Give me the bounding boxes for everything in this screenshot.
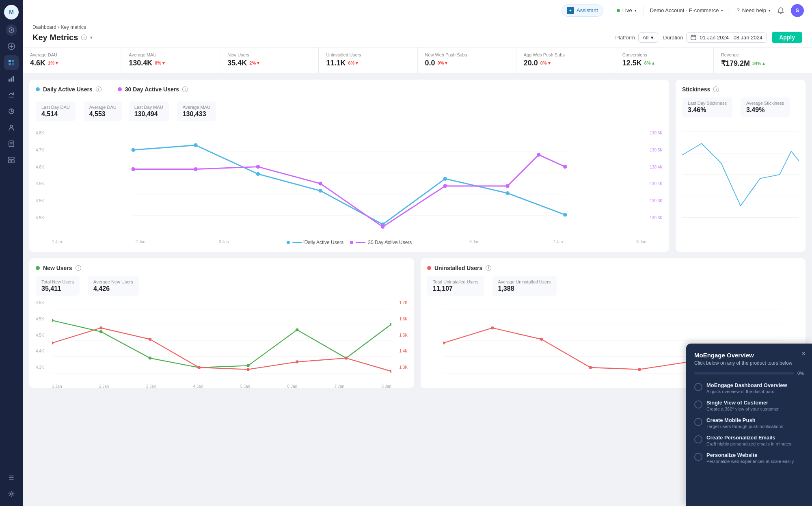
assistant-button[interactable]: ✦ Assistant (561, 4, 603, 17)
dau-last-day-value: 4,514 (41, 110, 70, 118)
sidebar-expand-btn[interactable] (6, 24, 17, 36)
main-area: Daily Active Users i 30 Day Active Users… (23, 73, 812, 506)
sidebar-item-templates[interactable] (4, 153, 19, 167)
new-users-avg-value: 4,426 (93, 285, 133, 292)
svg-point-73 (540, 338, 543, 341)
metric-revenue-value: ₹179.2M 34% ▴ (721, 59, 805, 68)
apply-button[interactable]: Apply (772, 32, 802, 43)
help-chevron-icon: ▾ (769, 9, 771, 13)
svg-rect-6 (9, 79, 10, 82)
svg-point-30 (563, 213, 567, 216)
new-users-stats: Total New Users 35,411 Average New Users… (36, 276, 408, 296)
page-title-info-icon[interactable]: i (81, 35, 87, 40)
dau-title: Daily Active Users (43, 86, 93, 93)
metric-average-dau-value: 4.6K 1% ▾ (30, 59, 114, 67)
svg-point-35 (381, 225, 384, 229)
breadcrumb-parent[interactable]: Dashboard (32, 24, 56, 30)
tour-item-1[interactable]: MoEngage Dashboard Overview A quick over… (694, 382, 804, 394)
tour-item-2[interactable]: Single View of Customer Create a 360° vi… (694, 400, 804, 411)
sidebar-item-settings[interactable] (4, 487, 19, 501)
sidebar-item-campaigns[interactable] (4, 88, 19, 102)
account-selector[interactable]: Demo Account - E-commerce ▾ (650, 7, 723, 13)
stickiness-chart-card: Stickiness i Last Day Stickiness 3.46% A… (676, 80, 806, 252)
svg-point-72 (491, 327, 494, 329)
sidebar-item-dashboard[interactable] (4, 55, 19, 70)
dau-mau-chart-card: Daily Active Users i 30 Day Active Users… (29, 80, 669, 252)
mau-title: 30 Day Active Users (125, 86, 179, 93)
logo[interactable]: M (4, 5, 19, 19)
new-users-chart-card: New Users i Total New Users 35,411 Avera… (29, 258, 414, 388)
user-avatar[interactable]: S (791, 4, 804, 17)
sidebar-item-collapse[interactable] (4, 470, 19, 485)
svg-rect-2 (9, 60, 11, 62)
metric-conversions-change: 8% ▴ (644, 61, 654, 66)
metric-web-push-subs-change: 0% ▾ (438, 61, 448, 66)
svg-point-54 (246, 364, 249, 367)
sidebar-item-segments[interactable] (4, 104, 19, 119)
tour-radio-2 (694, 400, 702, 409)
date-range-value: 01 Jan 2024 - 08 Jan 2024 (700, 35, 762, 41)
svg-point-31 (131, 167, 135, 171)
metric-conversions-value: 12.5K 8% ▴ (622, 59, 706, 67)
dau-header: Daily Active Users i (36, 86, 102, 97)
tour-text-5: Personalize Website Personalize web expe… (706, 452, 794, 464)
svg-point-36 (443, 184, 447, 188)
platform-select[interactable]: All ▾ (638, 32, 658, 43)
svg-rect-3 (12, 60, 14, 62)
uninstalled-dot (427, 266, 431, 270)
divider-2 (643, 6, 644, 15)
metric-average-mau-value: 130.4K 0% ▾ (129, 59, 212, 67)
date-range-picker[interactable]: 01 Jan 2024 - 08 Jan 2024 (686, 32, 767, 43)
dau-avg-label: Average DAU (89, 105, 117, 110)
svg-point-63 (296, 360, 298, 363)
breadcrumb: Dashboard › Key metrics (32, 24, 802, 30)
metric-new-users: New Users 35.4K 2% ▾ (220, 48, 319, 73)
metric-uninstalled-change: 6% ▾ (348, 61, 358, 66)
metric-new-users-label: New Users (227, 52, 311, 57)
svg-point-60 (149, 338, 151, 341)
svg-point-75 (638, 368, 641, 371)
svg-point-23 (131, 148, 135, 152)
live-status[interactable]: Live ▾ (617, 7, 637, 13)
svg-point-33 (256, 165, 260, 169)
stickiness-avg-label: Average Stickiness (746, 101, 784, 106)
uninstalled-info-icon[interactable]: i (486, 265, 491, 271)
progress-bar-background (694, 372, 794, 374)
sidebar-item-users[interactable] (4, 120, 19, 135)
duration-label: Duration (663, 35, 683, 41)
notification-button[interactable] (777, 7, 784, 14)
tour-item-5[interactable]: Personalize Website Personalize web expe… (694, 452, 804, 464)
svg-rect-16 (691, 35, 696, 40)
sidebar-item-reports[interactable] (4, 136, 19, 151)
sidebar-item-analytics[interactable] (4, 71, 19, 86)
page-title-chevron-icon[interactable]: ▾ (90, 35, 92, 40)
stickiness-header: Stickiness i (682, 86, 799, 93)
svg-point-32 (194, 167, 197, 171)
help-button[interactable]: ? Need help ▾ (736, 7, 771, 13)
main-content: ✦ Assistant Live ▾ Demo Account - E-comm… (23, 0, 812, 506)
metric-agg-push-subs-label: Agg Web Push Subs (524, 52, 607, 57)
dau-mau-svg (52, 131, 646, 236)
page-title-text: Key Metrics (32, 33, 78, 42)
metric-average-mau-change: 0% ▾ (155, 61, 165, 66)
tour-item-4[interactable]: Create Personalized Emails Craft highly … (694, 435, 804, 446)
help-icon: ? (736, 7, 739, 13)
sidebar-item-add[interactable] (4, 39, 19, 54)
tour-title-5: Personalize Website (706, 452, 794, 458)
tour-sub-2: Create a 360° view of your customer (706, 407, 779, 411)
assistant-icon: ✦ (567, 7, 574, 14)
svg-point-28 (443, 177, 447, 180)
svg-point-38 (537, 153, 540, 156)
svg-rect-14 (12, 160, 14, 163)
sidebar-bottom (4, 470, 19, 501)
tour-sub-4: Craft highly personalized emails in minu… (706, 441, 791, 446)
stickiness-info-icon[interactable]: i (713, 86, 719, 92)
mau-info-icon[interactable]: i (182, 86, 188, 92)
new-users-info-icon[interactable]: i (76, 265, 81, 271)
avatar-initials: S (796, 8, 799, 13)
dau-info-icon[interactable]: i (96, 86, 102, 92)
svg-point-29 (505, 191, 509, 195)
overview-close-button[interactable]: × (802, 350, 806, 357)
platform-label: Platform (615, 35, 635, 41)
tour-item-3[interactable]: Create Mobile Push Target users through … (694, 417, 804, 429)
